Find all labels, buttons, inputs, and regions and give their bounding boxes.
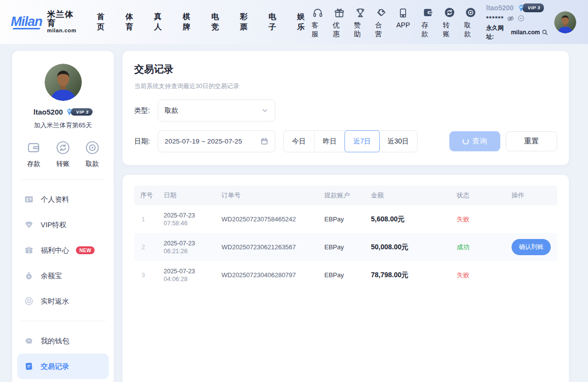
row-account: EBPay [324,271,371,279]
sidebar-item-label: 交易记录 [41,362,69,371]
tags-icon [376,6,387,19]
sponsor-button[interactable]: 赞助 [354,6,367,39]
partner-label: 合营 [375,21,388,39]
sidebar-item-rewards[interactable]: 福利中心 NEW [17,238,109,263]
sidebar-item-profile[interactable]: 个人资料 [17,187,109,212]
sidebar-item-transactions[interactable]: 交易记录 [17,354,109,379]
sidebar-item-rebate[interactable]: 实时返水 [17,288,109,314]
loading-spinner-icon [463,138,469,144]
profile-avatar[interactable] [45,64,82,101]
gift-icon [334,6,345,19]
nav-item-esports[interactable]: 电竞 [211,12,225,32]
table-row: 3 2025-07-23 04:06:28 WD2025072304062807… [134,261,557,289]
date-range-input[interactable]: 2025-07-19 ~ 2025-07-25 [158,130,275,152]
masked-balance: ****** [486,14,504,24]
site-url-label: 永久网址: [486,24,510,41]
eye-off-icon[interactable] [507,15,514,23]
promo-button[interactable]: 优惠 [333,6,345,39]
row-date-time: 06:21:26 [164,248,221,255]
page-subtitle: 当前系统支持查询最近30日的交易记录 [134,82,557,91]
date-label: 日期: [134,137,158,146]
wallet-icon [422,6,434,19]
nav-item-home[interactable]: 首页 [97,12,111,32]
row-date-time: 04:06:28 [164,276,221,283]
profile-vip-badge[interactable]: VIP 3 [65,107,92,117]
range-30days-button[interactable]: 近30日 [379,131,417,152]
service-button[interactable]: 客服 [312,6,324,39]
main-nav: 首页 体育 真人 棋牌 电竞 彩票 电子 娱乐 [97,12,312,32]
col-header-account: 提款账户 [324,191,371,200]
sidebar-transfer-button[interactable]: 转账 [55,140,71,168]
user-avatar[interactable] [554,11,576,33]
sidebar-item-yuebao[interactable]: 余额宝 [17,263,109,288]
rebate-ring-icon [24,296,34,306]
type-select[interactable]: 取款 [158,99,275,121]
range-7days-button[interactable]: 近7日 [344,130,380,152]
col-header-date: 日期 [164,191,221,200]
search-button[interactable]: 查询 [449,131,500,151]
sidebar-withdraw-button[interactable]: 取款 [84,140,100,168]
confirm-receipt-button[interactable]: 确认到账 [512,239,551,255]
new-badge: NEW [76,246,95,254]
sidebar-deposit-button[interactable]: 存款 [25,140,42,168]
records-table-card: 序号 日期 订单号 提款账户 金额 状态 操作 1 2025-07-23 07:… [122,175,569,382]
row-account: EBPay [324,243,371,251]
magnifier-icon[interactable] [541,29,548,36]
nav-item-lottery[interactable]: 彩票 [240,12,254,32]
transfer-label: 转账 [443,21,456,39]
type-select-value: 取款 [165,106,178,115]
sidebar-item-wallet[interactable]: 我的钱包 [17,328,109,354]
row-index: 3 [140,272,164,279]
nav-item-chess[interactable]: 棋牌 [183,12,197,32]
withdraw-button[interactable]: 取款 [464,6,477,39]
header-wallet-actions: 存款 转账 [421,6,477,39]
profile-username: ltao5200 [33,108,63,116]
money-bag-icon [24,271,34,281]
col-header-no: 序号 [140,191,164,200]
nav-item-sports[interactable]: 体育 [125,12,140,32]
sponsor-label: 赞助 [354,21,367,39]
col-header-status: 状态 [457,191,512,200]
nav-item-entertainment[interactable]: 娱乐 [297,12,311,32]
nav-item-live[interactable]: 真人 [154,12,169,32]
brand-name-cn: 米兰体育 [47,10,80,28]
transfer-icon [443,6,456,19]
deposit-button[interactable]: 存款 [421,6,435,39]
sidebar-menu: 个人资料 VIP特权 [12,182,114,319]
gift-filled-icon [24,245,34,255]
col-header-amount: 金额 [371,191,457,200]
transfer-button[interactable]: 转账 [443,6,456,39]
row-order-number: WD202507230406280797 [221,271,324,279]
row-account: EBPay [324,215,371,223]
table-header-row: 序号 日期 订单号 提款账户 金额 状态 操作 [134,186,557,205]
row-amount: 50,008.00元 [371,243,457,252]
row-status: 成功 [457,243,512,252]
chevron-circle-icon[interactable] [517,15,525,22]
row-index: 1 [140,216,164,223]
sidebar-item-label: 福利中心 [41,246,69,255]
deposit-label: 存款 [421,21,435,39]
sidebar-item-bets[interactable]: 投注记录 [17,379,109,382]
brand-logo[interactable]: Milan 米兰体育 milan.com [11,10,80,33]
sidebar-item-label: 我的钱包 [41,336,69,346]
sidebar-item-vip[interactable]: VIP特权 [17,212,109,238]
sidebar: ltao5200 VIP 3 加入米兰体育第65天 [12,51,114,382]
reset-button[interactable]: 重置 [506,131,557,151]
nav-item-slots[interactable]: 电子 [269,12,283,32]
sidebar-item-label: VIP特权 [41,220,66,230]
partner-button[interactable]: 合营 [375,6,388,39]
vip-badge[interactable]: VIP 3 [516,3,544,13]
site-url[interactable]: milan.com [511,28,540,37]
date-range-presets: 今日 昨日 近7日 近30日 [283,130,417,152]
divider [20,179,106,180]
row-order-number: WD202507230621263567 [221,243,324,251]
row-amount: 5,608.00元 [371,215,457,224]
range-yesterday-button[interactable]: 昨日 [314,131,345,152]
app-button[interactable]: APP [396,6,410,39]
range-today-button[interactable]: 今日 [284,131,314,152]
table-row: 2 2025-07-23 06:21:26 WD2025072306212635… [134,233,557,261]
row-date: 2025-07-23 06:21:26 [164,240,221,255]
gem-icon [24,220,34,230]
row-date: 2025-07-23 04:06:28 [164,268,221,283]
service-label: 客服 [312,21,324,39]
